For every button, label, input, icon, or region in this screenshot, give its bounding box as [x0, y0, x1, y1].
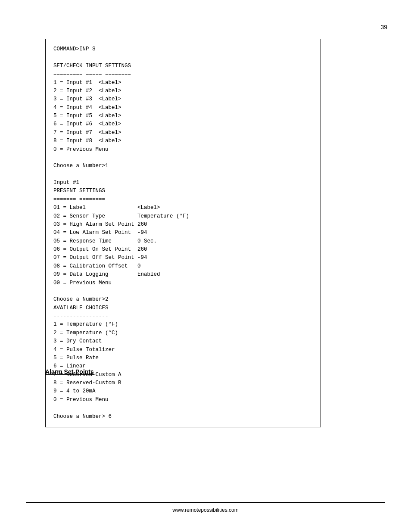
footer-divider	[26, 502, 385, 503]
footer-url: www.remotepossibilities.com	[0, 507, 411, 513]
alarm-setpoints-heading: Alarm Set-Points	[45, 368, 94, 375]
page-number: 39	[380, 24, 387, 31]
